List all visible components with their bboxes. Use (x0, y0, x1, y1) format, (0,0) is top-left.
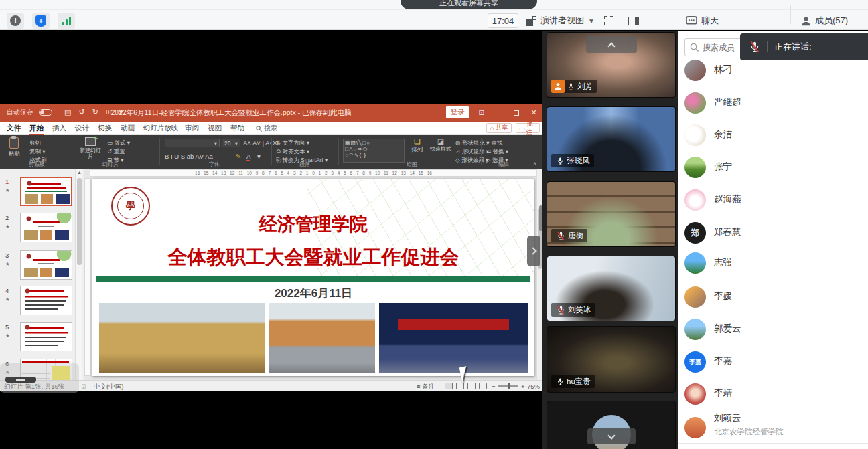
member-row[interactable]: 志强 (678, 247, 868, 279)
thumb-number: 3 (5, 252, 9, 259)
layout-button[interactable]: ▭ 版式 ▾ (107, 139, 130, 147)
chat-button[interactable]: 聊天 (686, 12, 719, 29)
video-tile-hubaogui[interactable]: hu宝贵 (547, 326, 676, 393)
video-tile-liuxiaobing[interactable]: 刘笑冰 (547, 256, 676, 321)
member-row[interactable]: 郑 郑春慧 (678, 217, 868, 249)
collapse-video-panel-button[interactable] (527, 236, 540, 266)
shape-outline-button[interactable]: ⊿ 形状轮廓 ▾ (455, 148, 489, 156)
video-tile-tangheng[interactable]: 唐衡 (547, 181, 676, 247)
shape-fill-button[interactable]: ◍ 形状填充 ▾ (455, 139, 489, 147)
tab-transitions[interactable]: 切换 (95, 122, 115, 135)
font-name-select[interactable]: ▾ (165, 139, 220, 147)
quick-styles-button[interactable]: ◪ 快速样式 (429, 137, 453, 152)
slide-title-line2: 全体教职工大会暨就业工作促进会 (92, 244, 534, 271)
editing-group-label: 编辑 (484, 161, 524, 168)
thumbnail-scrollbar[interactable]: ▲ (75, 169, 82, 380)
replace-button[interactable]: ⇄ 替换 ▾ (486, 148, 508, 156)
member-row[interactable]: 严继超 (678, 87, 868, 119)
scroll-up-arrow[interactable]: ▲ (77, 170, 82, 175)
cut-button[interactable]: 剪切 (29, 139, 41, 147)
tab-slideshow[interactable]: 幻灯片放映 (141, 122, 182, 135)
slide-thumbnail-2[interactable] (20, 213, 72, 242)
share-button[interactable]: ⌂共享 (486, 123, 512, 133)
normal-view-button[interactable] (445, 383, 453, 389)
zoom-level[interactable]: 75% (527, 383, 540, 390)
grow-shrink-font-buttons[interactable]: A˄ A˅ | A⌫ (243, 139, 279, 147)
collapse-tiles-button[interactable] (586, 36, 637, 53)
slide-date: 2022年6月11日 (92, 286, 534, 301)
expand-tiles-button[interactable] (587, 428, 636, 444)
slide-thumbnail-3[interactable] (20, 250, 72, 280)
new-slide-button[interactable]: + 新建幻灯片 (78, 137, 103, 159)
clipboard-group-label: 剪贴板 (13, 161, 60, 168)
green-divider-bar (96, 276, 530, 282)
slideshow-view-button[interactable] (479, 383, 487, 389)
tab-help[interactable]: 帮助 (228, 122, 247, 135)
ribbon-search[interactable]: 搜索 (256, 124, 277, 133)
slide-thumbnail-5[interactable] (20, 322, 72, 351)
paste-button[interactable]: 粘贴 (3, 137, 25, 158)
font-color-button[interactable]: A (246, 153, 250, 161)
tab-review[interactable]: 审阅 (182, 122, 202, 135)
ribbon-display-button[interactable]: ⊡ (473, 104, 490, 122)
member-row[interactable]: 张宁 (678, 151, 868, 183)
member-row[interactable]: 郭爱云 (678, 313, 868, 345)
slide-sorter-view-button[interactable] (456, 383, 464, 389)
text-direction-button[interactable]: ⇅ 文字方向 ▾ (276, 139, 309, 147)
security-button[interactable]: + (32, 13, 50, 29)
font-style-buttons[interactable]: B I U S ab A̲V Aa (165, 153, 213, 160)
find-button[interactable]: ⌕ 查找 (486, 139, 502, 147)
member-row[interactable]: 李嘉 李嘉 (678, 346, 868, 378)
member-row[interactable]: 刘颖云 北京农学院经管学院 (678, 406, 868, 444)
tab-file[interactable]: 文件 (4, 122, 23, 135)
login-button[interactable]: 登录 (446, 106, 469, 118)
tab-view[interactable]: 视图 (205, 122, 224, 135)
collapse-ribbon-button[interactable]: ˄ (533, 161, 536, 167)
copy-button[interactable]: 复制 ▾ (29, 148, 46, 156)
reset-button[interactable]: ↺ 重置 (107, 148, 125, 156)
font-size-select[interactable]: 20▾ (222, 139, 240, 147)
tab-home[interactable]: 开始 (27, 122, 46, 135)
members-button[interactable]: 成员(57) (801, 12, 848, 29)
zoom-slider-thumb[interactable] (508, 383, 510, 389)
view-mode-button[interactable]: 演讲者视图 ▼ (526, 12, 595, 29)
member-name: 林刁 (714, 64, 732, 76)
zoom-out-button[interactable]: − (492, 383, 496, 390)
member-row[interactable]: 李靖 (678, 378, 868, 410)
tab-design[interactable]: 设计 (72, 122, 92, 135)
mic-on-icon (557, 377, 564, 387)
zoom-in-button[interactable]: + (521, 383, 525, 390)
video-tile-more[interactable] (547, 401, 676, 449)
restore-button[interactable] (508, 104, 525, 122)
tab-insert[interactable]: 插入 (50, 122, 69, 135)
reading-view-button[interactable] (467, 383, 476, 389)
shapes-gallery[interactable]: ▦▧\╲□○□△⌔⇨⬭◌◠∿{ } (343, 139, 405, 163)
floating-toolbar-handle[interactable] (5, 377, 36, 383)
fullscreen-button[interactable] (604, 12, 613, 29)
arrange-button[interactable]: ❏ 排列 (407, 137, 427, 154)
clear-format-button[interactable]: ▾ (257, 153, 261, 160)
meeting-info-button[interactable]: i (7, 13, 24, 29)
member-row[interactable]: 赵海燕 (678, 184, 868, 216)
video-tile-zhangxiaofeng[interactable]: 张晓凤 (547, 106, 676, 172)
comments-button[interactable]: ▭批注 (516, 123, 540, 133)
video-tile-liufang[interactable]: 刘芳 (547, 32, 676, 98)
slide-scrollbar[interactable] (536, 169, 542, 380)
screen-share-toast: 正在观看屏幕共享 (401, 0, 537, 9)
side-panel-toggle-button[interactable] (628, 12, 639, 29)
host-badge-icon (551, 80, 565, 93)
member-row[interactable]: 李媛 (678, 281, 868, 313)
notes-button[interactable]: ≡ 备注 (417, 383, 435, 391)
tab-animations[interactable]: 动画 (118, 122, 137, 135)
highlight-color-button[interactable]: ✎ (236, 153, 241, 160)
align-text-button[interactable]: ⊜ 对齐文本 ▾ (276, 148, 309, 156)
member-row[interactable]: 余洁 (678, 119, 868, 151)
minimize-button[interactable]: — (490, 104, 508, 122)
avatar: 李嘉 (684, 351, 706, 373)
mic-on-icon (557, 156, 564, 166)
language-indicator[interactable]: 中文(中国) (94, 383, 123, 391)
layout-panel-icon (628, 17, 639, 25)
network-status-button[interactable] (58, 13, 75, 29)
slide-thumbnail-4[interactable] (20, 286, 72, 315)
slide-thumbnail-1[interactable] (20, 177, 72, 206)
